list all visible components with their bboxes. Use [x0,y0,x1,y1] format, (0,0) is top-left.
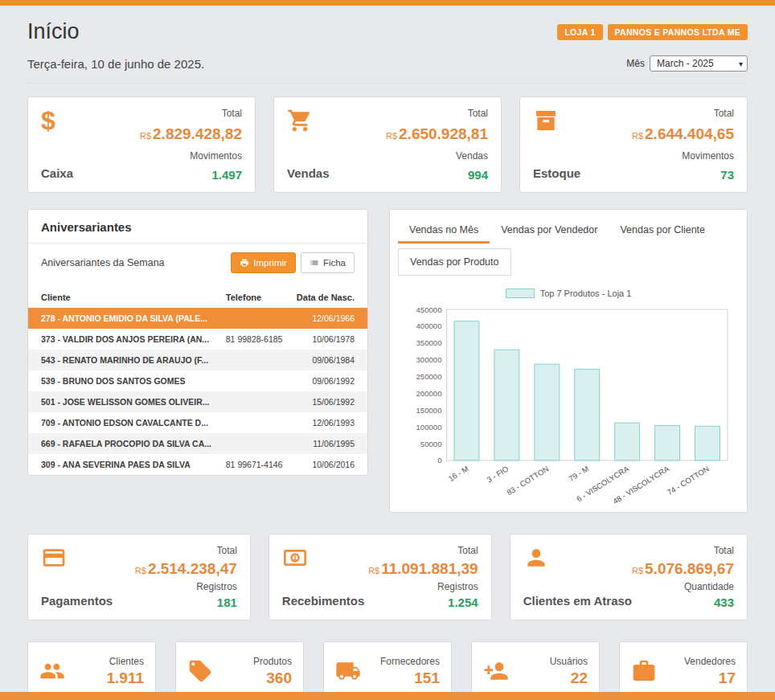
fornecedores-mini-value: 151 [380,669,440,687]
pagamentos-total-value: R$2.514.238,47 [135,560,237,578]
produtos-mini-value: 360 [253,669,292,687]
vendas-card: Vendas Total R$2.650.928,81 Vendas 994 [273,96,502,193]
clientes-atraso-total-label: Total [714,545,734,556]
clientes-atraso-card-title: Clientes em Atraso [523,594,632,609]
cell-nascimento: 12/06/1966 [289,308,367,329]
month-picker: Mês March - 2025 ▾ [626,55,748,72]
caixa-card: $ Caixa Total R$2.829.428,82 Movimentos … [27,96,256,193]
cell-cliente: 373 - VALDIR DOS ANJOS PEREIRA (AN... [28,329,219,350]
cell-telefone: 81 99828-6185 [219,329,289,350]
clientes-mini-label: Clientes [107,656,145,667]
clientes-atraso-total-value: R$5.076.869,67 [632,560,734,578]
legend-swatch [506,289,535,298]
page-title: Início [27,19,80,44]
person-icon [523,545,549,571]
col-cliente: Cliente [28,287,219,308]
store-badge: LOJA 1 [557,24,602,40]
print-button[interactable]: Imprimir [231,252,296,273]
bottom-stats-row: Pagamentos Total R$2.514.238,47 Registro… [27,534,748,620]
company-badge: PANNOS E PANNOS LTDA ME [608,24,748,40]
tab-vendas-por-cliente[interactable]: Vendas por Cliente [609,216,716,244]
usuarios-mini-value: 22 [550,669,588,687]
svg-text:200000: 200000 [416,389,442,398]
svg-text:300000: 300000 [416,355,442,364]
vendas-count-value: 994 [468,168,488,182]
svg-text:83 - COTTON: 83 - COTTON [505,464,550,497]
estoque-total-label: Total [714,108,734,119]
cell-telefone [219,391,289,412]
table-row[interactable]: 501 - JOSE WELISSON GOMES OLIVEIR... 15/… [28,391,367,412]
estoque-card: Estoque Total R$2.644.404,65 Movimentos … [519,96,748,193]
clientes-atraso-card: Clientes em Atraso Total R$5.076.869,67 … [510,534,748,620]
credit-card-icon [41,545,67,571]
usuarios-mini-label: Usuários [550,656,588,667]
printer-icon [240,258,249,268]
cell-telefone [219,370,289,391]
header: Início LOJA 1 PANNOS E PANNOS LTDA ME [27,19,748,44]
cell-nascimento: 12/06/1993 [289,412,367,433]
sales-chart-area: Top 7 Produtos - Loja 1 0500001000001500… [390,276,747,512]
tab-vendas-por-produto[interactable]: Vendas por Produto [398,248,511,276]
banknote-icon: 1 [282,545,308,571]
svg-text:74 - COTTON: 74 - COTTON [666,464,711,497]
caixa-total-value: R$2.829.428,82 [140,125,242,143]
tab-vendas-por-vendedor[interactable]: Vendas por Vendedor [490,216,609,244]
table-row[interactable]: 543 - RENATO MARINHO DE ARAUJO (F... 09/… [28,350,367,370]
caixa-card-title: Caixa [41,166,73,182]
ficha-button-label: Ficha [323,258,346,268]
tab-vendas-no-mes[interactable]: Vendas no Mês [398,216,490,244]
caixa-count-label: Movimentos [190,150,242,162]
svg-text:0: 0 [437,456,441,465]
col-telefone: Telefone [219,287,289,308]
recebimentos-count-value: 1.254 [448,596,478,609]
cell-cliente: 543 - RENATO MARINHO DE ARAUJO (F... [28,350,219,370]
cell-cliente: 309 - ANA SEVERINA PAES DA SILVA [28,454,219,475]
bottom-accent-bar [0,692,775,700]
svg-text:16 - M: 16 - M [447,464,470,483]
list-icon [310,258,319,268]
estoque-total-value: R$2.644.404,65 [632,125,734,143]
month-select[interactable]: March - 2025 ▾ [650,55,748,72]
pagamentos-card: Pagamentos Total R$2.514.238,47 Registro… [27,534,251,620]
pagamentos-card-title: Pagamentos [41,594,113,609]
vendedores-mini-value: 17 [684,669,736,687]
month-label: Mês [626,58,645,69]
cell-cliente: 501 - JOSE WELISSON GOMES OLIVEIR... [28,391,219,412]
date-row: Terça-feira, 10 de junho de 2025. Mês Ma… [27,55,748,84]
fornecedores-mini-label: Fornecedores [380,656,440,667]
cell-cliente: 669 - RAFAELA PROCOPIO DA SILVA CA... [28,433,219,454]
pagamentos-count-label: Registros [196,581,237,592]
caixa-total-label: Total [222,108,242,119]
recebimentos-card: 1 Recebimentos Total R$11.091.881,39 Reg… [269,534,492,620]
svg-text:400000: 400000 [416,321,442,330]
svg-text:50000: 50000 [420,440,442,448]
sales-tabs: Vendas no Mês Vendas por Vendedor Vendas… [390,210,747,244]
table-row[interactable]: 373 - VALDIR DOS ANJOS PEREIRA (AN... 81… [28,329,367,350]
vendas-count-label: Vendas [456,150,488,162]
vendas-total-value: R$2.650.928,81 [386,125,488,143]
table-row[interactable]: 709 - ANTONIO EDSON CAVALCANTE D... 12/0… [28,412,367,433]
cart-icon [287,108,313,133]
cell-nascimento: 11/06/1995 [289,433,367,454]
birthdays-panel: Aniversariantes Aniversariantes da Seman… [27,209,368,476]
table-row[interactable]: 309 - ANA SEVERINA PAES DA SILVA 81 9967… [28,454,367,475]
users-icon [39,658,65,684]
chart-legend: Top 7 Produtos - Loja 1 [403,289,734,298]
birthdays-title: Aniversariantes [28,210,367,244]
dashboard-page: Início LOJA 1 PANNOS E PANNOS LTDA ME Te… [0,0,775,700]
ficha-button[interactable]: Ficha [301,252,355,273]
clientes-mini-value: 1.911 [107,669,145,687]
clientes-atraso-count-value: 433 [714,596,734,609]
svg-text:1: 1 [293,554,297,562]
top-stats-row: $ Caixa Total R$2.829.428,82 Movimentos … [27,96,748,193]
current-date: Terça-feira, 10 de junho de 2025. [27,57,204,71]
table-row[interactable]: 278 - ANTONIO EMIDIO DA SILVA (PALE... 1… [28,308,367,329]
vendedores-mini-label: Vendedores [684,656,736,667]
svg-text:100000: 100000 [416,423,442,432]
cell-telefone [219,433,289,454]
cell-nascimento: 10/06/1978 [289,329,367,350]
table-row[interactable]: 669 - RAFAELA PROCOPIO DA SILVA CA... 11… [28,433,367,454]
cell-telefone: 81 99671-4146 [219,454,289,475]
col-nascimento: Data de Nasc. [289,287,367,308]
table-row[interactable]: 539 - BRUNO DOS SANTOS GOMES 09/06/1992 [28,370,367,391]
